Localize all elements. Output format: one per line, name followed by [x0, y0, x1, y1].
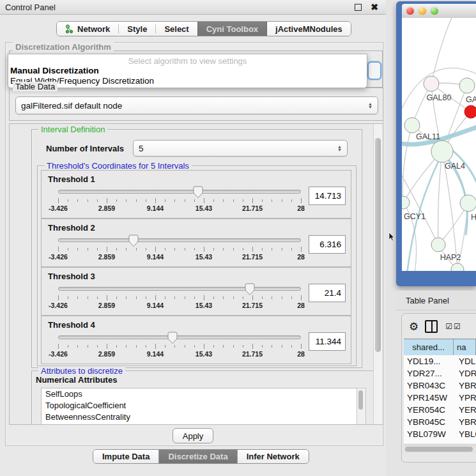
list-item[interactable]: SelfLoops: [42, 388, 357, 400]
scrollbar-thumb[interactable]: [405, 447, 473, 452]
threshold-3-value-field[interactable]: [309, 284, 346, 302]
tab-network[interactable]: Network: [57, 22, 118, 36]
scrollbar-thumb[interactable]: [375, 138, 381, 352]
table-body: YDL19...YDL1YDR27...YDR2YBR043CYBR0YPR14…: [404, 355, 476, 443]
thresholds-group: Threshold's Coordinates for 5 Intervals …: [37, 165, 357, 366]
slider-thumb[interactable]: [128, 234, 139, 247]
tab-label: Network: [77, 24, 110, 34]
slider-ticks: [58, 295, 301, 301]
tab-discretize-data[interactable]: Discretize Data: [158, 450, 236, 463]
settings-scrollbar[interactable]: [373, 124, 383, 424]
control-panel: Control Panel ✖ Network Style Select Cyn…: [0, 0, 386, 476]
slider-tick-labels: -3.4262.8599.14415.4321.71528: [58, 204, 301, 212]
table-header-row: shared... na: [404, 339, 476, 356]
slider-track[interactable]: [58, 287, 301, 291]
list-item[interactable]: BetweennessCentrality: [42, 411, 357, 423]
zoom-traffic-light-icon[interactable]: [431, 7, 438, 15]
node-label-hap2: HAP2: [440, 253, 461, 262]
threshold-4-value-field[interactable]: [309, 332, 346, 351]
table-row[interactable]: YBR043CYBR0: [404, 380, 476, 392]
table-row[interactable]: YLR345WYLR3: [404, 440, 476, 443]
slider-track[interactable]: [58, 238, 301, 242]
mouse-cursor: [388, 233, 396, 242]
node-gal11[interactable]: [404, 118, 420, 133]
attributes-scrollbar[interactable]: [357, 388, 366, 425]
tab-jactivemnodules[interactable]: jActiveMNodules: [267, 22, 351, 36]
table-panel-title: Table Panel: [396, 296, 449, 305]
columns-icon[interactable]: [425, 320, 438, 333]
node-gal4[interactable]: [431, 141, 453, 162]
threshold-4-panel: Threshold 4 -3.4262.8599.14415.4321.7152…: [41, 316, 351, 364]
slider-track[interactable]: [58, 335, 301, 339]
threshold-1-value-field[interactable]: [309, 187, 346, 205]
network-canvas[interactable]: GAL80 GA GAL11 GAL4 GCY1 H HAP2: [402, 18, 476, 271]
table-data-combobox[interactable]: galFiltered.sif default node ▲▼: [15, 96, 378, 114]
threshold-2-slider[interactable]: -3.4262.8599.14415.4321.71528: [58, 234, 301, 261]
tab-impute-data[interactable]: Impute Data: [93, 450, 158, 463]
gear-icon[interactable]: ⚙: [409, 321, 418, 332]
slider-ticks: [58, 247, 301, 252]
number-of-intervals-value: 5: [139, 144, 337, 153]
number-of-intervals-label: Number of Intervals: [46, 144, 124, 153]
dropdown-option-manual[interactable]: Manual Discretization: [8, 66, 367, 76]
checkbox-icon[interactable]: ☑: [454, 323, 461, 330]
threshold-1-panel: Threshold 1 -3.4262.8599.14415.4321.7152…: [41, 170, 351, 219]
slider-tick-labels: -3.4262.8599.14415.4321.71528: [58, 350, 301, 358]
threshold-1-slider[interactable]: -3.4262.8599.14415.4321.71528: [58, 185, 301, 212]
table-row[interactable]: YDL19...YDL1: [404, 355, 476, 367]
close-traffic-light-icon[interactable]: [406, 7, 414, 15]
node-hap2[interactable]: [431, 238, 445, 252]
threshold-label: Threshold 4: [42, 316, 351, 330]
table-row[interactable]: YER054CYER0: [404, 404, 476, 416]
node-partial-right[interactable]: [459, 78, 475, 93]
network-window-titlebar[interactable]: [402, 4, 476, 18]
tab-infer-network[interactable]: Infer Network: [237, 450, 309, 463]
slider-track[interactable]: [58, 190, 301, 194]
spinner-arrows-icon: ▲▼: [337, 145, 342, 151]
table-panel-titlebar: Table Panel: [396, 291, 476, 311]
table-toolbar: ⚙ ☑ ☑: [409, 318, 476, 335]
algorithm-combobox[interactable]: [367, 61, 381, 80]
slider-thumb[interactable]: [167, 332, 178, 344]
bottom-tab-bar: Impute Data Discretize Data Infer Networ…: [93, 449, 309, 464]
interval-group-title: Interval Definition: [38, 125, 107, 134]
network-icon: [65, 24, 73, 34]
close-icon[interactable]: ✖: [371, 3, 378, 12]
list-item[interactable]: TopologicalCoefficient: [42, 400, 357, 411]
thresholds-group-title: Threshold's Coordinates for 5 Intervals: [44, 161, 192, 171]
threshold-3-slider[interactable]: -3.4262.8599.14415.4321.71528: [58, 282, 301, 309]
table-row[interactable]: YPR145WYPR1: [404, 392, 476, 404]
slider-ticks: [58, 344, 301, 349]
slider-thumb[interactable]: [245, 283, 255, 296]
number-of-intervals-spinner[interactable]: 5 ▲▼: [133, 140, 348, 157]
threshold-2-panel: Threshold 2 -3.4262.8599.14415.4321.7152…: [41, 219, 351, 267]
node-partial-bottom[interactable]: [451, 263, 464, 271]
table-row[interactable]: YDR27...YDR2: [404, 367, 476, 380]
dropdown-option-equal-width[interactable]: Equal Width/Frequency Discretization: [8, 76, 367, 86]
column-header-name[interactable]: na: [454, 339, 476, 355]
table-data-group-title: Table Data: [13, 82, 58, 91]
float-window-icon[interactable]: [355, 4, 362, 11]
tab-cyni-toolbox[interactable]: Cyni Toolbox: [197, 22, 267, 36]
algorithm-dropdown-popup: Select algorithm to view settings Manual…: [8, 54, 367, 88]
threshold-2-value-field[interactable]: [309, 235, 346, 254]
tab-select[interactable]: Select: [156, 22, 197, 36]
apply-button[interactable]: Apply: [173, 428, 213, 443]
node-red[interactable]: [464, 105, 476, 118]
attributes-group-title: Attributes to discretize: [38, 366, 125, 376]
algorithm-group-title: Discretization Algorithm: [13, 42, 114, 52]
minimize-traffic-light-icon[interactable]: [418, 7, 426, 15]
table-horizontal-scrollbar[interactable]: [404, 445, 476, 453]
node-label-gal4: GAL4: [445, 162, 465, 171]
interval-definition-group: Interval Definition Number of Intervals …: [31, 129, 362, 368]
node-gal80[interactable]: [424, 76, 439, 91]
table-row[interactable]: YBR045CYBR0: [404, 416, 476, 428]
threshold-4-slider[interactable]: -3.4262.8599.14415.4321.71528: [58, 331, 301, 358]
table-row[interactable]: YBL079WYBL0: [404, 428, 476, 440]
node-gcy1[interactable]: [402, 196, 410, 209]
checkbox-icon[interactable]: ☑: [445, 323, 452, 330]
node-h[interactable]: [460, 195, 476, 211]
column-header-shared-name[interactable]: shared...: [404, 339, 454, 355]
tab-style[interactable]: Style: [119, 22, 155, 36]
slider-thumb[interactable]: [193, 186, 203, 199]
